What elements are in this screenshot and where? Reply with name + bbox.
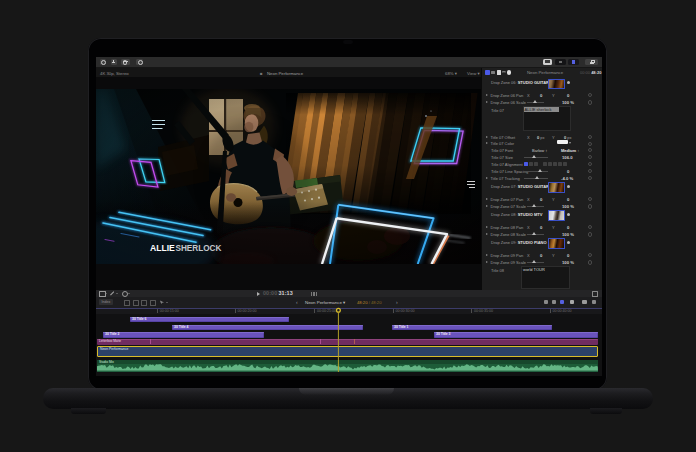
svg-text:ALLIE: ALLIE <box>150 243 175 253</box>
svg-text:SHERLOCK: SHERLOCK <box>176 244 222 253</box>
